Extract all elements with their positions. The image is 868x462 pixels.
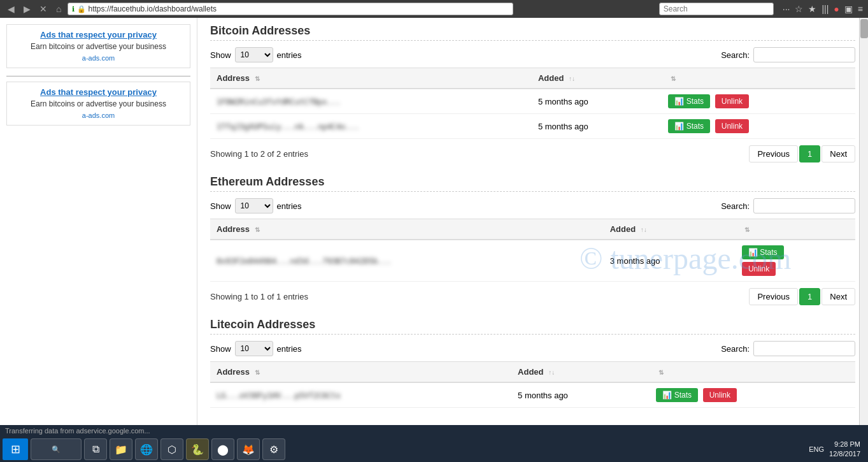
more-icon[interactable]: ··· [783, 4, 790, 14]
bitcoin-section: Bitcoin Addresses Show 102550 entries Se… [210, 24, 855, 162]
ltc-added-sort-icon[interactable]: ↑↓ [548, 369, 555, 376]
bitcoin-show-controls: Show 102550 entries [210, 47, 302, 62]
litecoin-col-actions: ⇅ [650, 362, 855, 383]
ltc-added-cell: 5 months ago [511, 382, 650, 408]
browser-search-input[interactable] [659, 3, 774, 15]
taskbar: ⊞ 🔍 ⧉ 📁 🌐 ⬡ 🐍 ⬤ 🦊 ⚙ ENG 9:28 PM 12/8/201… [0, 437, 868, 462]
eth-actions-sort-icon[interactable]: ⇅ [744, 226, 750, 233]
ad-divider [6, 76, 190, 76]
library-icon[interactable]: ||| [822, 4, 829, 14]
taskbar-file-explorer-btn[interactable]: 📁 [110, 438, 132, 460]
taskbar-python-btn[interactable]: 🐍 [186, 438, 209, 460]
taskbar-search-btn[interactable]: 🔍 [31, 438, 82, 460]
added-sort-icon[interactable]: ↑↓ [569, 75, 575, 82]
btc-unlink-btn[interactable]: Unlink [715, 94, 749, 108]
bitcoin-table-controls: Show 102550 entries Search: [210, 47, 855, 62]
ltc-actions-sort-icon[interactable]: ⇅ [658, 369, 664, 376]
bitcoin-next-btn[interactable]: Next [822, 145, 855, 162]
bitcoin-table-row: 1TfqJ3gXUPSuiy...nk...np4C4o... 5 months… [210, 114, 855, 139]
taskbar-cortana-btn[interactable]: ⬡ [160, 438, 183, 460]
ad2-link[interactable]: Ads that respect your privacy [40, 87, 157, 97]
profile-icon[interactable]: ● [834, 4, 839, 14]
eth-added-cell: 3 months ago [604, 240, 736, 282]
ethereum-page-btns: Previous 1 Next [749, 288, 855, 305]
litecoin-entries-select[interactable]: 102550 [235, 341, 273, 356]
bitcoin-section-title: Bitcoin Addresses [210, 24, 855, 41]
eth-unlink-btn[interactable]: Unlink [742, 262, 776, 276]
eth-stats-btn[interactable]: 📊 Stats [742, 245, 784, 259]
layout-icon[interactable]: ▣ [844, 4, 853, 14]
ltc-actions-cell: 📊 Stats Unlink [650, 382, 855, 408]
sidebar: Ads that respect your privacy Earn bitco… [0, 18, 197, 437]
btc-address-cell: 1F8W2RinCu3fxYdRCutCfBpx... [210, 89, 532, 114]
ethereum-prev-btn[interactable]: Previous [749, 288, 798, 305]
main-layout: Ads that respect your privacy Earn bitco… [0, 18, 868, 437]
eth-address-text: 0x93F2e044984...nd3d...793B7c042D5b... [217, 257, 392, 266]
btc-stats-btn[interactable]: 📊 Stats [668, 94, 710, 108]
bitcoin-prev-btn[interactable]: Previous [749, 145, 798, 162]
bitcoin-show-label: Show [210, 50, 231, 60]
bitcoin-table-row: 1F8W2RinCu3fxYdRCutCfBpx... 5 months ago… [210, 89, 855, 114]
taskbar-right: ENG 9:28 PM 12/8/2017 [809, 440, 865, 459]
bitcoin-page-1-btn[interactable]: 1 [799, 145, 820, 162]
taskbar-settings-btn[interactable]: ⚙ [262, 438, 285, 460]
star-icon[interactable]: ★ [808, 4, 816, 14]
bitcoin-entries-select[interactable]: 102550 [235, 47, 273, 62]
status-bar: Transferring data from adservice.google.… [0, 425, 868, 437]
reload-button[interactable]: ✕ [37, 3, 50, 15]
litecoin-table-row: LG...oV38Fy1HV...p5Vf2C6Ctx 5 months ago… [210, 382, 855, 408]
litecoin-table-controls: Show 102550 entries Search: [210, 341, 855, 356]
bitcoin-table-header: Address ⇅ Added ↑↓ ⇅ [210, 68, 855, 89]
home-button[interactable]: ⌂ [53, 3, 64, 15]
ad-block-1: Ads that respect your privacy Earn bitco… [6, 24, 190, 68]
address-sort-icon[interactable]: ⇅ [255, 75, 260, 82]
ethereum-entries-label: entries [277, 201, 302, 211]
taskbar-chrome-btn[interactable]: ⬤ [211, 438, 234, 460]
scrollbar-thumb[interactable] [860, 19, 868, 38]
taskbar-ie-btn[interactable]: 🌐 [135, 438, 158, 460]
eth-address-sort-icon[interactable]: ⇅ [255, 226, 260, 233]
back-button[interactable]: ◀ [5, 3, 17, 15]
ethereum-next-btn[interactable]: Next [822, 288, 855, 305]
taskbar-firefox-btn[interactable]: 🦊 [237, 438, 260, 460]
ethereum-search-input[interactable] [753, 198, 855, 213]
ad2-site: a-ads.com [82, 112, 115, 119]
actions-sort-icon[interactable]: ⇅ [671, 75, 676, 82]
taskbar-date-display: 12/8/2017 [829, 449, 860, 459]
bitcoin-search-input[interactable] [753, 47, 855, 62]
ethereum-search-label: Search: [721, 201, 750, 211]
url-bar[interactable]: ℹ 🔒 https://faucethub.io/dashboard/walle… [68, 3, 513, 15]
browser-chrome: ◀ ▶ ✕ ⌂ ℹ 🔒 https://faucethub.io/dashboa… [0, 0, 868, 18]
taskbar-task-view-btn[interactable]: ⧉ [84, 438, 107, 460]
ltc-unlink-btn[interactable]: Unlink [703, 388, 737, 402]
start-button[interactable]: ⊞ [3, 438, 28, 460]
ethereum-page-1-btn[interactable]: 1 [799, 288, 820, 305]
taskbar-clock: 9:28 PM 12/8/2017 [829, 440, 860, 459]
ethereum-show-controls: Show 102550 entries [210, 198, 302, 213]
litecoin-show-label: Show [210, 344, 231, 354]
ad1-link[interactable]: Ads that respect your privacy [40, 30, 157, 40]
ltc-stats-btn[interactable]: 📊 Stats [656, 388, 698, 402]
ltc-address-sort-icon[interactable]: ⇅ [255, 369, 260, 376]
scrollbar-track[interactable] [859, 18, 868, 437]
menu-icon[interactable]: ≡ [858, 4, 863, 14]
litecoin-search-input[interactable] [753, 341, 855, 356]
bitcoin-showing: Showing 1 to 2 of 2 entries [210, 149, 308, 159]
ethereum-col-actions: ⇅ [736, 219, 855, 240]
forward-button[interactable]: ▶ [21, 3, 33, 15]
bitcoin-col-address: Address ⇅ [210, 68, 532, 89]
ethereum-entries-select[interactable]: 102550 [235, 198, 273, 213]
content-area: © tunerpage.com Bitcoin Addresses Show 1… [197, 18, 868, 437]
btc-address-text: 1F8W2RinCu3fxYdRCutCfBpx... [217, 97, 341, 106]
btc-address-text: 1TfqJ3gXUPSuiy...nk...np4C4o... [217, 122, 359, 131]
eth-address-cell: 0x93F2e044984...nd3d...793B7c042D5b... [210, 240, 604, 282]
bookmark-icon[interactable]: ☆ [795, 4, 803, 14]
ethereum-section: Ethereum Addresses Show 102550 entries S… [210, 175, 855, 305]
ethereum-table-header: Address ⇅ Added ↑↓ ⇅ [210, 219, 855, 240]
litecoin-col-address: Address ⇅ [210, 362, 511, 383]
eth-added-sort-icon[interactable]: ↑↓ [641, 226, 647, 233]
bitcoin-table: Address ⇅ Added ↑↓ ⇅ 1F8W2 [210, 68, 855, 139]
btc-added-cell: 5 months ago [532, 89, 662, 114]
btc-stats-btn[interactable]: 📊 Stats [668, 119, 710, 133]
btc-unlink-btn[interactable]: Unlink [715, 119, 749, 133]
